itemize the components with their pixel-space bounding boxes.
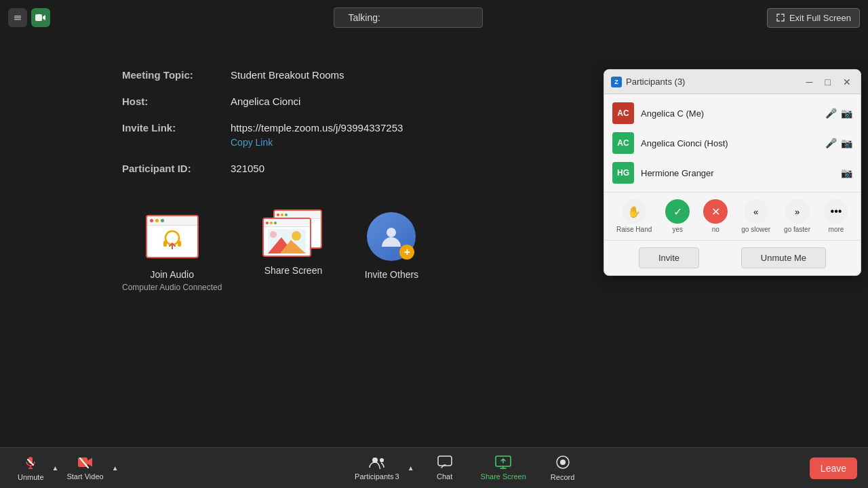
participants-button[interactable]: Participants 3: [348, 453, 406, 483]
svg-point-21: [380, 458, 384, 462]
participants-label-group: Participants 3: [355, 472, 399, 481]
start-video-label: Start Video: [66, 472, 103, 481]
yes-label: yes: [672, 226, 683, 233]
panel-title-group: Z Participants (3): [611, 77, 685, 87]
svg-point-11: [270, 231, 277, 238]
record-label: Record: [551, 473, 574, 481]
top-bar: Talking: Exit Full Screen: [0, 0, 868, 35]
invite-link-value: https://temple.zoom.us/j/93994337253: [231, 122, 403, 134]
video-off-icon: 📷: [841, 167, 852, 178]
minimize-button[interactable]: ─: [804, 76, 816, 88]
participant-icons: 📷: [841, 167, 852, 178]
participants-count: 3: [395, 472, 399, 481]
topic-row: Meeting Topic: Student Breakout Rooms: [122, 69, 529, 81]
yes-reaction[interactable]: ✓ yes: [665, 199, 690, 233]
avatar: AC: [612, 132, 634, 154]
topic-label: Meeting Topic:: [122, 69, 231, 81]
go-faster-reaction[interactable]: » go faster: [784, 199, 810, 233]
participants-label: Participants: [355, 472, 393, 481]
share-screen-action[interactable]: Share Screen: [262, 209, 323, 276]
menu-icon-btn[interactable]: [8, 8, 27, 27]
exit-fullscreen-button[interactable]: Exit Full Screen: [767, 8, 860, 28]
mute-icon: 🎤: [825, 108, 837, 119]
yes-icon: ✓: [665, 199, 690, 224]
participant-icons: 🎤 📷: [825, 138, 852, 148]
share-screen-toolbar-icon: [495, 455, 511, 471]
unmute-me-button[interactable]: Unmute Me: [741, 247, 826, 268]
chat-button[interactable]: Chat: [427, 453, 463, 483]
reactions-bar: ✋ Raise Hand ✓ yes ✕ no « go slower » go…: [604, 192, 861, 240]
go-slower-reaction[interactable]: « go slower: [741, 199, 770, 233]
go-slower-icon: «: [744, 199, 768, 224]
svg-rect-0: [14, 16, 21, 17]
participants-title: Participants (3): [626, 77, 685, 87]
participants-icon: [368, 455, 386, 471]
unmute-button[interactable]: Unmute: [11, 452, 51, 484]
host-value: Angelica Cionci: [231, 96, 300, 107]
go-slower-label: go slower: [741, 226, 770, 233]
panel-titlebar: Z Participants (3) ─ □ ✕: [604, 70, 861, 94]
info-table: Meeting Topic: Student Breakout Rooms Ho…: [122, 69, 529, 189]
exit-fullscreen-label: Exit Full Screen: [789, 13, 851, 23]
participants-arrow[interactable]: ▲: [406, 464, 416, 472]
invite-button[interactable]: Invite: [639, 247, 699, 268]
panel-window-controls: ─ □ ✕: [804, 76, 854, 88]
svg-rect-2: [14, 19, 21, 20]
unmute-arrow[interactable]: ▲: [51, 464, 60, 472]
landscape-icon: [268, 229, 306, 253]
panel-bottom-actions: Invite Unmute Me: [604, 240, 861, 275]
participant-name: Angelica C (Me): [641, 108, 818, 119]
start-video-group: Start Video ▲: [60, 453, 119, 483]
headphone-icon: [157, 228, 187, 254]
person-icon: [378, 224, 404, 249]
table-row: AC Angelica C (Me) 🎤 📷: [604, 98, 861, 128]
raise-hand-reaction[interactable]: ✋ Raise Hand: [616, 199, 652, 233]
svg-point-25: [560, 460, 566, 465]
join-audio-sublabel: Computer Audio Connected: [122, 283, 222, 292]
invite-others-action[interactable]: + Invite Others: [364, 209, 418, 280]
record-icon: [555, 455, 570, 472]
host-label: Host:: [122, 96, 231, 107]
participants-group: Participants 3 ▲: [348, 453, 416, 483]
copy-link-button[interactable]: Copy Link: [231, 137, 403, 148]
mute-icon: 🎤: [825, 138, 837, 148]
invite-link-label: Invite Link:: [122, 122, 231, 134]
raise-hand-label: Raise Hand: [616, 226, 652, 233]
avatar: AC: [612, 102, 634, 124]
more-reaction[interactable]: ••• more: [824, 199, 848, 233]
more-icon: •••: [824, 199, 848, 224]
actions-row: Join Audio Computer Audio Connected: [122, 209, 418, 292]
start-video-button[interactable]: Start Video: [60, 453, 110, 483]
video-off-icon: 📷: [841, 138, 852, 148]
leave-button[interactable]: Leave: [810, 458, 857, 479]
topic-value: Student Breakout Rooms: [231, 69, 344, 81]
join-audio-action[interactable]: Join Audio Computer Audio Connected: [122, 209, 222, 292]
table-row: AC Angelica Cionci (Host) 🎤 📷: [604, 128, 861, 158]
dot-yellow: [155, 219, 159, 222]
chat-label: Chat: [437, 472, 452, 481]
more-label: more: [829, 226, 844, 233]
close-button[interactable]: ✕: [840, 76, 854, 88]
zoom-icon-btn[interactable]: [31, 8, 50, 27]
video-off-icon: 📷: [841, 108, 852, 119]
invite-link-group: https://temple.zoom.us/j/93994337253 Cop…: [231, 122, 403, 148]
record-button[interactable]: Record: [544, 452, 581, 484]
table-row: HG Hermione Granger 📷: [604, 158, 861, 188]
share-screen-button[interactable]: Share Screen: [474, 453, 533, 483]
participant-list: AC Angelica C (Me) 🎤 📷 AC Angelica Cionc…: [604, 94, 861, 192]
join-audio-icon: [142, 209, 203, 264]
unmute-label: Unmute: [18, 473, 44, 481]
no-reaction[interactable]: ✕ no: [703, 199, 728, 233]
invite-others-icon: +: [364, 209, 418, 264]
talking-badge: Talking:: [334, 7, 483, 28]
share-screen-label: Share Screen: [264, 265, 323, 276]
svg-rect-3: [35, 14, 42, 21]
svg-rect-5: [163, 241, 167, 247]
go-faster-icon: »: [785, 199, 810, 224]
unmute-group: Unmute ▲: [11, 452, 60, 484]
video-arrow[interactable]: ▲: [111, 464, 120, 472]
participant-id-label: Participant ID:: [122, 163, 231, 174]
dot-green-small: [161, 219, 164, 222]
host-row: Host: Angelica Cionci: [122, 96, 529, 107]
maximize-button[interactable]: □: [823, 76, 833, 88]
